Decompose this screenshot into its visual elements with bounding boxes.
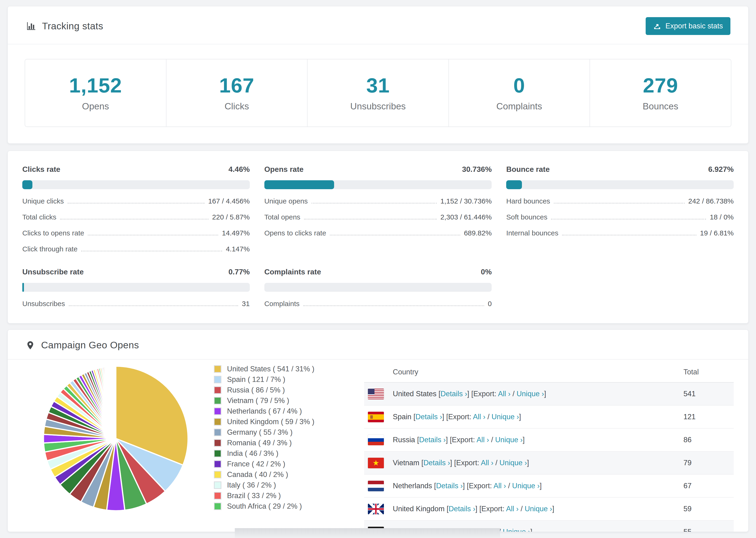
geo-pie-svg [40, 363, 191, 514]
all-link[interactable]: All › [481, 459, 493, 467]
rate-progress-fill [22, 283, 24, 292]
legend-label: Vietnam ( 79 / 5% ) [227, 397, 289, 405]
unique-link[interactable]: Unique › [495, 436, 523, 444]
rate-row-label: Hard bounces [506, 197, 550, 205]
unique-link[interactable]: Unique › [503, 528, 530, 532]
rate-row-label: Total opens [264, 213, 300, 221]
legend-item-united-states[interactable]: United States ( 541 / 31% ) [214, 365, 355, 373]
rate-progress-fill [506, 180, 522, 189]
legend-swatch [214, 450, 221, 457]
pie-slice-other[interactable] [115, 366, 116, 439]
dotted-leader [551, 219, 706, 219]
details-link[interactable]: Details › [436, 482, 463, 490]
stat-cell-unsubscribes: 31Unsubscribes [307, 59, 449, 127]
rate-row-value: 2,303 / 61.446% [441, 213, 492, 221]
dotted-leader [311, 203, 437, 203]
rate-block-unsubscribe-rate: Unsubscribe rate0.77%Unsubscribes31 [22, 268, 250, 308]
legend-item-south-africa[interactable]: South Africa ( 29 / 2% ) [214, 502, 355, 511]
rate-row-total-clicks: Total clicks220 / 5.87% [22, 213, 250, 221]
legend-item-romania[interactable]: Romania ( 49 / 3% ) [214, 439, 355, 447]
legend-label: Netherlands ( 67 / 4% ) [227, 407, 302, 415]
rate-row-unsubscribes: Unsubscribes31 [22, 300, 250, 308]
rate-row-soft-bounces: Soft bounces18 / 0% [506, 213, 734, 221]
country-name: Vietnam [393, 459, 419, 467]
legend-label: Canada ( 40 / 2% ) [227, 470, 288, 479]
legend-item-italy[interactable]: Italy ( 36 / 2% ) [214, 481, 355, 489]
legend-item-spain[interactable]: Spain ( 121 / 7% ) [214, 375, 355, 384]
legend-item-germany[interactable]: Germany ( 55 / 3% ) [214, 428, 355, 437]
geo-title: Campaign Geo Opens [41, 340, 139, 351]
legend-item-india[interactable]: India ( 46 / 3% ) [214, 449, 355, 458]
table-row-nl: Netherlands [Details ›] [Export: All › /… [364, 475, 734, 498]
rate-value: 0.77% [229, 268, 250, 276]
legend-label: Italy ( 36 / 2% ) [227, 481, 276, 489]
legend-label: Russia ( 86 / 5% ) [227, 386, 285, 394]
geo-header: Campaign Geo Opens [8, 330, 748, 360]
rate-progress-bar [506, 180, 734, 189]
legend-swatch [214, 471, 221, 478]
legend-swatch [214, 418, 221, 426]
rate-row-value: 31 [242, 300, 249, 308]
legend-label: South Africa ( 29 / 2% ) [227, 502, 302, 511]
legend-item-france[interactable]: France ( 42 / 2% ) [214, 460, 355, 468]
rate-value: 0% [481, 268, 492, 276]
details-link[interactable]: Details › [415, 413, 442, 421]
legend-swatch [214, 386, 221, 394]
rate-row-value: 220 / 5.87% [212, 213, 250, 221]
all-link[interactable]: All › [494, 482, 506, 490]
country-total: 55 [683, 528, 734, 532]
page-title: Tracking stats [42, 21, 103, 32]
legend-swatch [214, 503, 221, 510]
country-total: 541 [683, 390, 734, 398]
stat-cell-opens: 1,152Opens [25, 59, 166, 127]
dotted-leader [88, 235, 218, 236]
legend-item-netherlands[interactable]: Netherlands ( 67 / 4% ) [214, 407, 355, 415]
all-link[interactable]: All › [473, 413, 485, 421]
rate-row-label: Unsubscribes [22, 300, 65, 308]
rate-title: Bounce rate [506, 165, 550, 174]
rate-row-opens-to-clicks-rate: Opens to clicks rate689.82% [264, 229, 492, 237]
geo-content: United States ( 541 / 31% )Spain ( 121 /… [8, 360, 748, 532]
map-pin-icon [26, 341, 35, 350]
all-link[interactable]: All › [498, 390, 511, 398]
legend-item-vietnam[interactable]: Vietnam ( 79 / 5% ) [214, 397, 355, 405]
rate-row-label: Unique opens [264, 197, 308, 205]
stat-cell-clicks: 167Clicks [166, 59, 308, 127]
all-link[interactable]: All › [506, 505, 518, 513]
legend-item-russia[interactable]: Russia ( 86 / 5% ) [214, 386, 355, 394]
rate-value: 6.927% [708, 165, 734, 174]
legend-item-brazil[interactable]: Brazil ( 33 / 2% ) [214, 492, 355, 500]
flag-gb-icon [368, 504, 384, 514]
rate-row-total-opens: Total opens2,303 / 61.446% [264, 213, 492, 221]
dotted-leader [60, 219, 208, 219]
legend-item-united-kingdom[interactable]: United Kingdom ( 59 / 3% ) [214, 418, 355, 426]
legend-item-canada[interactable]: Canada ( 40 / 2% ) [214, 470, 355, 479]
legend-label: India ( 46 / 3% ) [227, 449, 279, 458]
details-link[interactable]: Details › [449, 505, 475, 513]
details-link[interactable]: Details › [441, 390, 467, 398]
unique-link[interactable]: Unique › [525, 505, 552, 513]
table-row-ru: Russia [Details ›] [Export: All › / Uniq… [364, 429, 734, 452]
dotted-leader [69, 305, 238, 306]
all-link[interactable]: All › [477, 436, 489, 444]
unique-link[interactable]: Unique › [499, 459, 527, 467]
unique-link[interactable]: Unique › [491, 413, 519, 421]
dotted-leader [562, 235, 696, 236]
flag-us-icon [368, 389, 384, 399]
legend-label: Romania ( 49 / 3% ) [227, 439, 292, 447]
geo-table-body: United States [Details ›] [Export: All ›… [364, 383, 734, 532]
export-basic-stats-button[interactable]: Export basic stats [646, 17, 730, 35]
details-link[interactable]: Details › [423, 459, 450, 467]
rate-row-label: Total clicks [22, 213, 56, 221]
rate-row-value: 0 [488, 300, 492, 308]
stat-value: 0 [449, 74, 590, 97]
legend-label: Germany ( 55 / 3% ) [227, 428, 293, 437]
details-link[interactable]: Details › [419, 436, 446, 444]
legend-swatch [214, 397, 221, 404]
unique-link[interactable]: Unique › [516, 390, 544, 398]
unique-link[interactable]: Unique › [512, 482, 540, 490]
stat-label: Unsubscribes [307, 101, 449, 112]
rate-row-clicks-to-opens-rate: Clicks to opens rate14.497% [22, 229, 250, 237]
stat-label: Clicks [166, 101, 307, 112]
rates-grid: Clicks rate4.46%Unique clicks167 / 4.456… [22, 165, 734, 308]
